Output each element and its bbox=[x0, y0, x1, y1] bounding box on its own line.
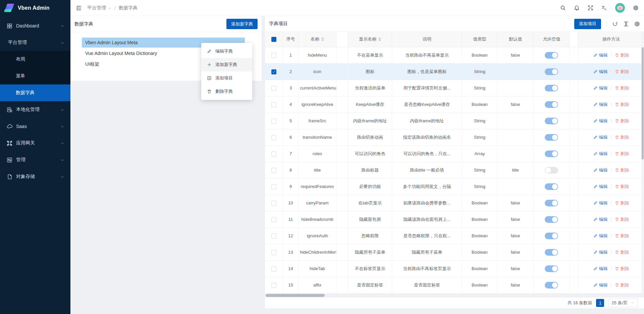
allow-empty-toggle[interactable] bbox=[545, 216, 558, 223]
delete-button[interactable]: 删除 bbox=[615, 85, 629, 91]
allow-empty-toggle[interactable] bbox=[545, 52, 558, 59]
row-checkbox[interactable] bbox=[271, 184, 276, 189]
edit-button[interactable]: 编辑 bbox=[593, 52, 608, 58]
sidebar-item-数据字典[interactable]: 数据字典 bbox=[0, 84, 70, 101]
delete-button[interactable]: 删除 bbox=[615, 134, 629, 140]
cell-type: String bbox=[462, 178, 497, 195]
context-menu-item-添加新字典[interactable]: 添加新字典 bbox=[201, 58, 252, 71]
allow-empty-toggle[interactable] bbox=[545, 68, 558, 75]
sort-icon[interactable] bbox=[378, 37, 381, 41]
row-checkbox[interactable] bbox=[271, 102, 276, 107]
edit-button[interactable]: 编辑 bbox=[593, 167, 608, 173]
sidebar-item-菜单[interactable]: 菜单 bbox=[0, 68, 70, 84]
delete-button[interactable]: 删除 bbox=[615, 200, 629, 206]
delete-button[interactable]: 删除 bbox=[615, 233, 629, 239]
cell-default: title bbox=[497, 162, 534, 178]
context-menu-item-添加项目[interactable]: 添加项目 bbox=[201, 71, 252, 85]
allow-empty-toggle[interactable] bbox=[545, 183, 558, 190]
search-icon[interactable] bbox=[560, 5, 566, 11]
sidebar-item-应用网关[interactable]: 应用网关 bbox=[0, 135, 70, 151]
user-avatar[interactable] bbox=[615, 3, 625, 13]
edit-button[interactable]: 编辑 bbox=[593, 102, 608, 108]
delete-button[interactable]: 删除 bbox=[615, 151, 629, 157]
allow-empty-toggle[interactable] bbox=[545, 200, 558, 206]
edit-button[interactable]: 编辑 bbox=[593, 233, 608, 239]
delete-button[interactable]: 删除 bbox=[615, 52, 629, 58]
allow-empty-toggle[interactable] bbox=[545, 134, 558, 141]
edit-button[interactable]: 编辑 bbox=[593, 134, 608, 140]
row-checkbox[interactable] bbox=[271, 266, 276, 271]
cell-num: 2 bbox=[283, 63, 298, 80]
row-checkbox[interactable] bbox=[271, 217, 276, 222]
context-menu-item-编辑字典[interactable]: 编辑字典 bbox=[201, 45, 252, 58]
page-size-select[interactable]: 25 条/页 bbox=[608, 299, 638, 307]
allow-empty-toggle[interactable] bbox=[545, 85, 558, 91]
allow-empty-toggle[interactable] bbox=[545, 233, 558, 239]
sidebar-item-本地化管理[interactable]: 本地化管理 bbox=[0, 101, 70, 118]
allow-empty-toggle[interactable] bbox=[545, 265, 558, 272]
delete-button[interactable]: 删除 bbox=[615, 216, 629, 223]
page-1-button[interactable]: 1 bbox=[596, 299, 604, 307]
add-dictionary-button[interactable]: 添加新字典 bbox=[226, 19, 258, 29]
delete-button[interactable]: 删除 bbox=[615, 102, 629, 108]
bell-icon[interactable] bbox=[574, 5, 580, 11]
edit-button[interactable]: 编辑 bbox=[593, 85, 608, 91]
row-checkbox[interactable] bbox=[271, 135, 276, 140]
horizontal-scrollbar-thumb[interactable] bbox=[266, 294, 325, 297]
menu-fold-icon[interactable] bbox=[76, 5, 82, 11]
row-checkbox[interactable] bbox=[271, 119, 276, 124]
sidebar-item-平台管理[interactable]: 平台管理 bbox=[0, 34, 70, 51]
edit-button[interactable]: 编辑 bbox=[593, 151, 608, 157]
allow-empty-toggle[interactable] bbox=[545, 118, 558, 124]
row-checkbox[interactable] bbox=[271, 201, 276, 206]
column-settings-gear-icon[interactable] bbox=[634, 21, 640, 27]
cell-type: Boolean bbox=[462, 96, 497, 113]
edit-button[interactable]: 编辑 bbox=[593, 69, 608, 75]
context-menu-item-删除字典[interactable]: 删除字典 bbox=[201, 85, 252, 98]
vertical-scrollbar-thumb[interactable] bbox=[642, 47, 644, 160]
edit-button[interactable]: 编辑 bbox=[593, 266, 608, 272]
row-checkbox[interactable] bbox=[271, 69, 276, 74]
delete-button[interactable]: 删除 bbox=[615, 69, 629, 75]
settings-gear-icon[interactable] bbox=[633, 5, 639, 11]
delete-button[interactable]: 删除 bbox=[615, 282, 629, 288]
allow-empty-toggle[interactable] bbox=[545, 249, 558, 256]
edit-button[interactable]: 编辑 bbox=[593, 118, 608, 124]
select-all-checkbox[interactable] bbox=[271, 37, 276, 42]
sidebar-item-dashboard[interactable]: Dashboard bbox=[0, 17, 70, 34]
breadcrumb-parent[interactable]: 平台管理 bbox=[87, 5, 111, 11]
row-checkbox[interactable] bbox=[271, 168, 276, 173]
row-checkbox[interactable] bbox=[271, 283, 276, 288]
sidebar-item-saas[interactable]: Saas bbox=[0, 118, 70, 135]
edit-button[interactable]: 编辑 bbox=[593, 249, 608, 255]
sort-icon[interactable] bbox=[321, 37, 324, 41]
delete-button[interactable]: 删除 bbox=[615, 249, 629, 255]
allow-empty-toggle[interactable] bbox=[545, 150, 558, 157]
delete-button[interactable]: 删除 bbox=[615, 184, 629, 190]
fullscreen-icon[interactable] bbox=[588, 5, 593, 11]
row-checkbox[interactable] bbox=[271, 53, 276, 58]
add-item-button[interactable]: 添加项目 bbox=[574, 19, 601, 29]
row-checkbox[interactable] bbox=[271, 234, 276, 239]
sidebar-item-管理[interactable]: 管理 bbox=[0, 151, 70, 168]
row-checkbox[interactable] bbox=[271, 250, 276, 255]
delete-button[interactable]: 删除 bbox=[615, 167, 629, 173]
app-logo[interactable]: Vben Admin bbox=[0, 0, 70, 16]
edit-button[interactable]: 编辑 bbox=[593, 216, 608, 223]
spacer-cell bbox=[570, 129, 578, 145]
delete-button[interactable]: 删除 bbox=[615, 118, 629, 124]
allow-empty-toggle[interactable] bbox=[545, 282, 558, 289]
refresh-icon[interactable] bbox=[612, 21, 618, 27]
edit-button[interactable]: 编辑 bbox=[593, 282, 608, 288]
edit-button[interactable]: 编辑 bbox=[593, 184, 608, 190]
sidebar-item-对象存储[interactable]: 对象存储 bbox=[0, 168, 70, 185]
allow-empty-toggle[interactable] bbox=[545, 101, 558, 108]
row-checkbox[interactable] bbox=[271, 86, 276, 91]
delete-button[interactable]: 删除 bbox=[615, 266, 629, 272]
sidebar-item-布局[interactable]: 布局 bbox=[0, 51, 70, 68]
row-checkbox[interactable] bbox=[271, 151, 276, 156]
allow-empty-toggle[interactable] bbox=[545, 167, 558, 174]
edit-button[interactable]: 编辑 bbox=[593, 200, 608, 206]
translate-icon[interactable]: 文A bbox=[601, 5, 607, 11]
row-height-icon[interactable] bbox=[623, 21, 629, 27]
